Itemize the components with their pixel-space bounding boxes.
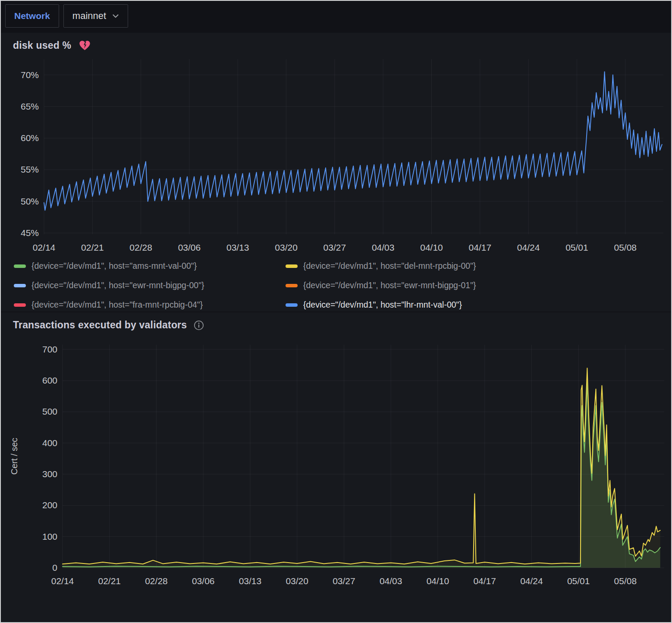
series-lhr-mnt-val-00[interactable] xyxy=(44,72,662,210)
x-tick-label: 04/24 xyxy=(517,242,540,252)
panel-transactions-header: Transactions executed by validators xyxy=(1,312,671,333)
legend-item[interactable]: {device="/dev/md1", host="ewr-mnt-bigpg-… xyxy=(286,280,671,290)
x-tick-label: 03/27 xyxy=(333,576,355,586)
x-tick-label: 04/03 xyxy=(372,242,395,252)
x-tick-label: 04/17 xyxy=(469,242,492,252)
series-fill-validators-yellow xyxy=(63,368,660,568)
y-tick-label: 300 xyxy=(42,469,57,479)
y-tick-label: 600 xyxy=(42,375,57,385)
panel-disk-used-title: disk used % xyxy=(13,40,71,51)
legend-label: {device="/dev/md1", host="ewr-mnt-bigpg-… xyxy=(31,280,204,290)
panel-transactions: Transactions executed by validators 02/1… xyxy=(1,312,671,622)
y-tick-label: 200 xyxy=(42,500,57,510)
x-tick-label: 05/01 xyxy=(565,242,588,252)
legend-label: {device="/dev/md1", host="fra-mnt-rpcbig… xyxy=(31,300,203,310)
legend-item[interactable]: {device="/dev/md1", host="ams-mnt-val-00… xyxy=(14,261,278,271)
x-tick-label: 04/10 xyxy=(427,576,449,586)
legend-label: {device="/dev/md1", host="del-mnt-rpcbig… xyxy=(303,261,476,271)
legend-label: {device="/dev/md1", host="ewr-mnt-bigpg-… xyxy=(303,280,476,290)
y-tick-label: 100 xyxy=(42,532,57,541)
network-value-text[interactable]: mainnet xyxy=(72,10,106,22)
y-tick-label: 0 xyxy=(52,563,57,573)
legend-swatch-icon xyxy=(286,303,298,307)
y-tick-label: 60% xyxy=(21,133,39,143)
x-tick-label: 03/13 xyxy=(239,576,262,586)
network-label-text: Network xyxy=(14,11,50,21)
x-tick-label: 02/28 xyxy=(145,576,168,586)
series-validators-yellow[interactable] xyxy=(63,368,660,564)
legend-swatch-icon xyxy=(14,303,26,307)
y-tick-label: 70% xyxy=(21,70,39,80)
legend: {device="/dev/md1", host="ams-mnt-val-00… xyxy=(14,261,671,310)
panel-disk-used-header: disk used % xyxy=(1,33,671,53)
heart-break-icon xyxy=(79,40,91,51)
legend-swatch-icon xyxy=(286,264,298,268)
legend-label: {device="/dev/md1", host="lhr-mnt-val-00… xyxy=(303,300,462,310)
legend-item[interactable]: {device="/dev/md1", host="lhr-mnt-val-00… xyxy=(286,300,671,310)
panel-transactions-title: Transactions executed by validators xyxy=(13,319,187,331)
x-tick-label: 02/14 xyxy=(33,242,56,252)
x-tick-label: 05/01 xyxy=(567,576,590,586)
info-circle-icon[interactable] xyxy=(194,320,204,330)
dashboard-page: Network mainnet disk used % 02/1402/2102… xyxy=(0,0,672,623)
y-tick-label: 400 xyxy=(42,438,57,448)
network-variable-dropdown[interactable]: mainnet xyxy=(63,4,128,28)
legend-item[interactable]: {device="/dev/md1", host="fra-mnt-rpcbig… xyxy=(14,300,278,310)
x-tick-label: 03/06 xyxy=(178,242,201,252)
x-tick-label: 03/20 xyxy=(275,242,298,252)
x-tick-label: 05/08 xyxy=(614,242,637,252)
y-tick-label: 45% xyxy=(21,228,39,238)
x-tick-label: 02/28 xyxy=(129,242,152,252)
chevron-down-icon xyxy=(112,14,119,19)
x-tick-label: 04/17 xyxy=(473,576,496,586)
x-tick-label: 02/14 xyxy=(51,576,74,586)
disk-used-chart: 02/1402/2102/2803/0603/1303/2003/2704/03… xyxy=(4,53,671,259)
legend-swatch-icon xyxy=(286,284,298,287)
dashboard-toolbar: Network mainnet xyxy=(1,1,671,31)
y-tick-label: 55% xyxy=(21,164,39,174)
network-variable-label: Network xyxy=(5,4,59,28)
panel-disk-used: disk used % 02/1402/2102/2803/0603/1303/… xyxy=(1,33,671,312)
legend-label: {device="/dev/md1", host="ams-mnt-val-00… xyxy=(31,261,197,271)
transactions-chart: 02/1402/2102/2803/0603/1303/2003/2704/03… xyxy=(4,333,671,592)
legend-item[interactable]: {device="/dev/md1", host="ewr-mnt-bigpg-… xyxy=(14,280,278,290)
y-axis-label: Cert / sec xyxy=(9,438,19,475)
y-tick-label: 50% xyxy=(21,196,39,206)
x-tick-label: 04/24 xyxy=(520,576,543,586)
legend-swatch-icon xyxy=(14,264,26,268)
x-tick-label: 04/10 xyxy=(420,242,443,252)
series-validators-green[interactable] xyxy=(63,381,660,567)
x-tick-label: 02/21 xyxy=(81,242,104,252)
x-tick-label: 04/03 xyxy=(380,576,402,586)
x-tick-label: 03/13 xyxy=(226,242,249,252)
x-tick-label: 03/27 xyxy=(323,242,346,252)
legend-item[interactable]: {device="/dev/md1", host="del-mnt-rpcbig… xyxy=(286,261,671,271)
y-tick-label: 700 xyxy=(42,344,57,354)
y-tick-label: 500 xyxy=(42,406,57,416)
y-tick-label: 65% xyxy=(21,101,39,111)
x-tick-label: 05/08 xyxy=(614,576,637,586)
x-tick-label: 03/06 xyxy=(192,576,215,586)
x-tick-label: 02/21 xyxy=(98,576,121,586)
legend-swatch-icon xyxy=(14,284,26,287)
x-tick-label: 03/20 xyxy=(286,576,308,586)
